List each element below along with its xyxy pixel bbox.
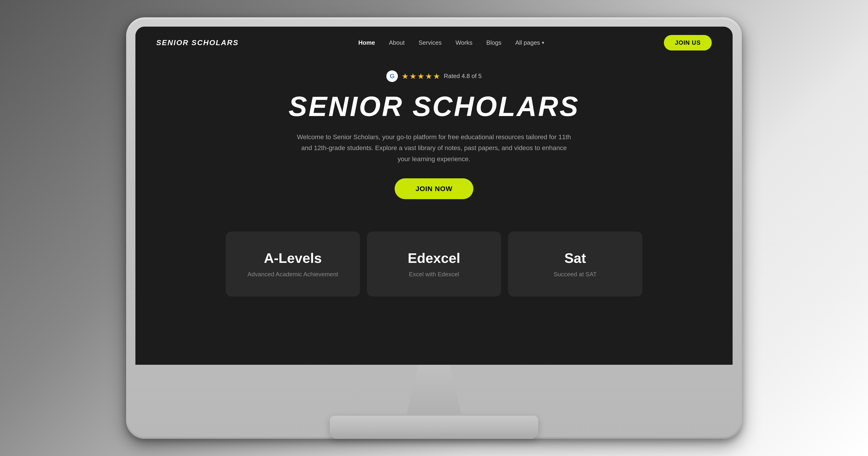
nav-link-blogs[interactable]: Blogs: [486, 39, 501, 46]
nav-link-home[interactable]: Home: [358, 39, 375, 46]
nav-link-allpages: All pages: [515, 39, 540, 46]
google-g-letter: G: [390, 72, 395, 80]
card-alevels[interactable]: A-Levels Advanced Academic Achievement: [226, 232, 360, 297]
hero-title: SENIOR SCHOLARS: [289, 90, 580, 122]
join-now-button[interactable]: JOIN NOW: [395, 178, 473, 199]
nav-dropdown[interactable]: All pages ▾: [515, 39, 544, 46]
star-1: ★: [402, 71, 408, 81]
nav-links: Home About Services Works Blogs: [358, 39, 544, 46]
join-us-button[interactable]: JOIN US: [664, 35, 712, 51]
monitor-stand-neck: [395, 365, 473, 416]
hero-section: G ★ ★ ★ ★ ★ Rated 4.8 of 5 SENIOR SCHOLA…: [135, 59, 733, 213]
rating-text: Rated 4.8 of 5: [444, 72, 482, 80]
nav-link-works[interactable]: Works: [456, 39, 472, 46]
card-sat[interactable]: Sat Succeed at SAT: [508, 232, 642, 297]
nav-item-home[interactable]: Home: [358, 39, 375, 46]
chevron-down-icon: ▾: [542, 40, 544, 45]
card-alevels-subtitle: Advanced Academic Achievement: [247, 271, 338, 278]
card-edexcel-subtitle: Excel with Edexcel: [409, 271, 459, 278]
nav-logo: SENIOR SCHOLARS: [156, 38, 239, 47]
card-edexcel[interactable]: Edexcel Excel with Edexcel: [367, 232, 501, 297]
nav-item-blogs[interactable]: Blogs: [486, 39, 501, 46]
monitor-stand-base: [330, 416, 538, 439]
google-icon: G: [386, 70, 398, 82]
card-alevels-title: A-Levels: [264, 250, 322, 266]
rating-row: G ★ ★ ★ ★ ★ Rated 4.8 of 5: [386, 70, 482, 82]
nav-item-works[interactable]: Works: [456, 39, 472, 46]
nav-item-services[interactable]: Services: [418, 39, 442, 46]
nav-link-services[interactable]: Services: [418, 39, 442, 46]
star-5: ★: [433, 71, 440, 81]
nav-item-about[interactable]: About: [389, 39, 405, 46]
screen: SENIOR SCHOLARS Home About Services Work…: [135, 27, 733, 365]
card-sat-subtitle: Succeed at SAT: [554, 271, 597, 278]
card-sat-title: Sat: [564, 250, 586, 266]
stars-container: ★ ★ ★ ★ ★: [402, 71, 440, 81]
star-4: ★: [425, 71, 432, 81]
star-3: ★: [417, 71, 424, 81]
nav-item-allpages[interactable]: All pages ▾: [515, 39, 544, 46]
nav-link-about[interactable]: About: [389, 39, 405, 46]
navbar: SENIOR SCHOLARS Home About Services Work…: [135, 27, 733, 59]
star-2: ★: [409, 71, 416, 81]
screen-content: SENIOR SCHOLARS Home About Services Work…: [135, 27, 733, 365]
monitor: SENIOR SCHOLARS Home About Services Work…: [126, 18, 742, 439]
hero-description: Welcome to Senior Scholars, your go-to p…: [295, 131, 573, 165]
cards-section: A-Levels Advanced Academic Achievement E…: [135, 218, 733, 310]
card-edexcel-title: Edexcel: [408, 250, 460, 266]
